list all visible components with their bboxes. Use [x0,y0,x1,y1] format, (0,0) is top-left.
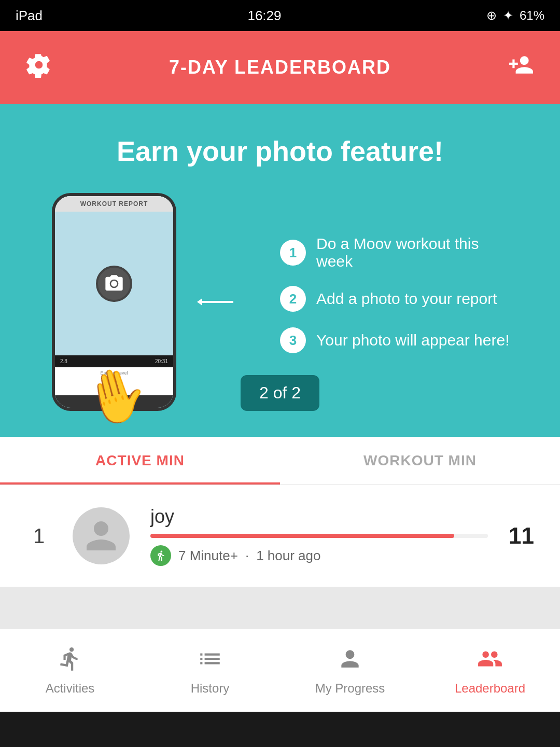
bluetooth-icon: ✦ [503,8,513,23]
gray-spacer [0,587,560,629]
status-time: 16:29 [247,8,281,24]
tab-workout-min[interactable]: WORKOUT MIN [280,437,560,485]
status-bar: iPad 16:29 ⊕ ✦ 61% [0,0,560,31]
promo-title: Earn your photo feature! [31,135,529,167]
steps-list: 1 Do a Moov workout this week 2 Add a ph… [239,235,529,369]
activity-time: · [245,548,249,564]
leaderboard-icon [477,646,503,676]
leaderboard-label: Leaderboard [455,681,525,696]
user-name: joy [150,506,488,528]
step-2-number: 2 [280,286,306,312]
activity-type: 7 Minute+ [178,548,238,564]
step-3: 3 Your photo will appear here! [280,327,519,353]
step-2-text: Add a photo to your report [316,290,497,308]
app-container: 7-DAY LEADERBOARD Earn your photo featur… [0,31,560,712]
running-icon [155,550,166,561]
page-title: 7-DAY LEADERBOARD [169,57,391,78]
leaderboard-list: 1 joy 7 Minute+ · [0,485,560,587]
step-2: 2 Add a photo to your report [280,286,519,312]
step-3-number: 3 [280,327,306,353]
progress-svg [337,646,363,672]
gear-icon [26,52,52,78]
progress-bar-container [150,534,488,538]
nav-activities[interactable]: Activities [0,629,140,712]
my-progress-label: My Progress [315,681,385,696]
tab-active-min[interactable]: ACTIVE MIN [0,437,280,485]
step-1-number: 1 [280,240,306,266]
svg-marker-1 [197,298,202,306]
phone-illustration: WORKOUT REPORT 2.8 20:31 [31,193,197,411]
progress-bar-fill [150,534,454,538]
nav-leaderboard[interactable]: Leaderboard [420,629,560,712]
status-right: ⊕ ✦ 61% [486,8,544,23]
step-3-text: Your photo will appear here! [316,331,509,349]
activities-svg [57,646,83,672]
avatar [73,507,130,564]
leaderboard-svg [477,646,503,672]
arrow-icon [197,294,239,310]
nav-history[interactable]: History [140,629,280,712]
activity-info: 7 Minute+ · 1 hour ago [150,545,488,566]
history-label: History [191,681,230,696]
app-header: 7-DAY LEADERBOARD [0,31,560,104]
activity-ago: 1 hour ago [256,548,320,564]
history-svg [197,646,223,672]
add-user-button[interactable] [508,52,534,83]
promo-banner: Earn your photo feature! WORKOUT REPORT [0,104,560,437]
my-progress-icon [337,646,363,676]
user-score: 11 [509,523,534,549]
settings-button[interactable] [26,52,52,84]
phone-camera-area [55,212,173,355]
step-1-text: Do a Moov workout this week [316,235,519,270]
step-1: 1 Do a Moov workout this week [280,235,519,270]
camera-svg [104,273,124,294]
camera-icon [96,266,132,302]
tabs-section: ACTIVE MIN WORKOUT MIN [0,437,560,485]
phone-header-bar: WORKOUT REPORT [55,196,173,212]
activity-icon [150,545,171,566]
bottom-nav: Activities History My Progress [0,629,560,712]
avatar-icon [83,518,119,554]
activities-label: Activities [46,681,95,696]
battery-level: 61% [520,8,544,23]
nav-my-progress[interactable]: My Progress [280,629,420,712]
arrow-container [197,294,239,310]
add-user-icon [508,52,534,78]
battery-icon: ⊕ [486,8,497,23]
phone-stat1: 2.8 [60,358,67,364]
user-info: joy 7 Minute+ · 1 hour ago [150,506,488,566]
history-icon [197,646,223,676]
rank-number: 1 [26,524,52,548]
status-device: iPad [16,8,43,24]
pagination-badge[interactable]: 2 of 2 [241,375,319,411]
table-row: 1 joy 7 Minute+ · [0,485,560,587]
phone-stat2: 20:31 [155,358,168,364]
activities-icon [57,646,83,676]
